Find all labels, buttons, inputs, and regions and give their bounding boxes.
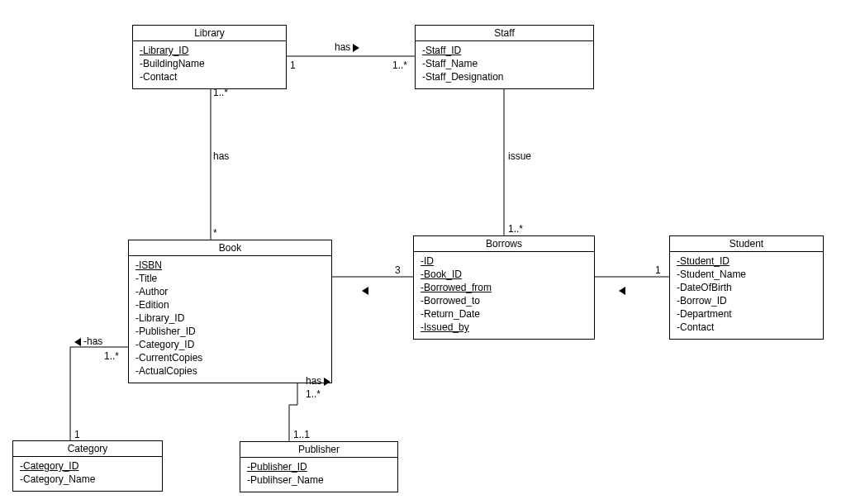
attr: -DateOfBirth bbox=[677, 281, 816, 294]
assoc-label: has bbox=[213, 150, 229, 162]
assoc-label: issue bbox=[508, 150, 531, 162]
class-library: Library -Library_ID -BuildingName -Conta… bbox=[132, 25, 287, 89]
attr: -Library_ID bbox=[135, 311, 325, 325]
attr: -Publihser_Name bbox=[247, 473, 391, 487]
class-title: Category bbox=[13, 441, 162, 457]
attr: -Category_Name bbox=[20, 473, 155, 486]
triangle-right-icon bbox=[353, 44, 359, 52]
assoc-label: has bbox=[306, 375, 330, 387]
mult: 1 bbox=[655, 264, 661, 276]
attr: -CurrentCopies bbox=[135, 351, 325, 364]
attr: -Publisher_ID bbox=[135, 325, 325, 338]
attr: -Author bbox=[135, 285, 325, 298]
attr: -Edition bbox=[135, 298, 325, 311]
class-title: Student bbox=[670, 236, 823, 252]
class-borrows: Borrows -ID -Book_ID -Borrowed_from -Bor… bbox=[413, 235, 595, 340]
triangle-right-icon bbox=[324, 378, 330, 386]
triangle-left-icon bbox=[74, 338, 81, 346]
mult: 1..* bbox=[508, 223, 523, 235]
mult: 1..* bbox=[306, 388, 321, 400]
class-title: Borrows bbox=[414, 236, 594, 252]
mult: * bbox=[213, 227, 217, 239]
attr: -Borrow_ID bbox=[677, 294, 816, 307]
attr: -Student_ID bbox=[677, 254, 816, 268]
attr: -ID bbox=[421, 254, 587, 268]
attrs: -ID -Book_ID -Borrowed_from -Borrowed_to… bbox=[414, 252, 594, 339]
attr: -Publisher_ID bbox=[247, 460, 391, 473]
assoc-book-category bbox=[70, 347, 128, 440]
label-text: -has bbox=[83, 335, 102, 347]
triangle-left-icon bbox=[362, 284, 371, 296]
attrs: -ISBN -Title -Author -Edition -Library_I… bbox=[129, 256, 331, 383]
assoc-label: -has bbox=[74, 335, 102, 347]
attr: -ActualCopies bbox=[135, 364, 325, 378]
attr: -Library_ID bbox=[140, 44, 279, 57]
attr: -BuildingName bbox=[140, 57, 279, 70]
mult: 1 bbox=[290, 59, 296, 71]
attr: -Staff_ID bbox=[422, 44, 587, 57]
attr: -Title bbox=[135, 272, 325, 285]
attrs: -Publisher_ID -Publihser_Name bbox=[240, 458, 397, 492]
attr: -Staff_Name bbox=[422, 57, 587, 70]
mult: 1 bbox=[74, 429, 80, 440]
attrs: -Staff_ID -Staff_Name -Staff_Designation bbox=[416, 41, 593, 88]
class-title: Staff bbox=[416, 26, 593, 41]
uml-class-diagram: Library -Library_ID -BuildingName -Conta… bbox=[0, 0, 846, 504]
attrs: -Library_ID -BuildingName -Contact bbox=[133, 41, 286, 88]
label-text: has bbox=[306, 375, 321, 387]
class-title: Library bbox=[133, 26, 286, 41]
class-title: Book bbox=[129, 240, 331, 256]
mult: 1..1 bbox=[293, 429, 310, 440]
class-title: Publisher bbox=[240, 442, 397, 458]
attrs: -Student_ID -Student_Name -DateOfBirth -… bbox=[670, 252, 823, 339]
attr: -Category_ID bbox=[135, 338, 325, 351]
attr: -Contact bbox=[140, 70, 279, 83]
class-staff: Staff -Staff_ID -Staff_Name -Staff_Desig… bbox=[415, 25, 594, 89]
attr: -Category_ID bbox=[20, 459, 155, 473]
label-text: has bbox=[335, 41, 350, 53]
attr: -Borrowed_from bbox=[421, 281, 587, 294]
attr: -Contact bbox=[677, 321, 816, 334]
triangle-left-icon bbox=[619, 284, 628, 296]
attr: -Book_ID bbox=[421, 268, 587, 281]
attr: -Borrowed_to bbox=[421, 294, 587, 307]
mult: 3 bbox=[395, 264, 401, 276]
attr: -Department bbox=[677, 307, 816, 321]
attr: -ISBN bbox=[135, 259, 325, 272]
attr: -Issued_by bbox=[421, 321, 587, 334]
class-student: Student -Student_ID -Student_Name -DateO… bbox=[669, 235, 824, 340]
class-publisher: Publisher -Publisher_ID -Publihser_Name bbox=[240, 441, 398, 492]
attrs: -Category_ID -Category_Name bbox=[13, 457, 162, 491]
attr: -Student_Name bbox=[677, 268, 816, 281]
class-book: Book -ISBN -Title -Author -Edition -Libr… bbox=[128, 240, 332, 383]
assoc-label: has bbox=[335, 41, 359, 53]
class-category: Category -Category_ID -Category_Name bbox=[12, 440, 163, 492]
attr: -Return_Date bbox=[421, 307, 587, 321]
mult: 1..* bbox=[213, 87, 228, 98]
mult: 1..* bbox=[392, 59, 407, 71]
mult: 1..* bbox=[104, 350, 119, 362]
attr: -Staff_Designation bbox=[422, 70, 587, 83]
